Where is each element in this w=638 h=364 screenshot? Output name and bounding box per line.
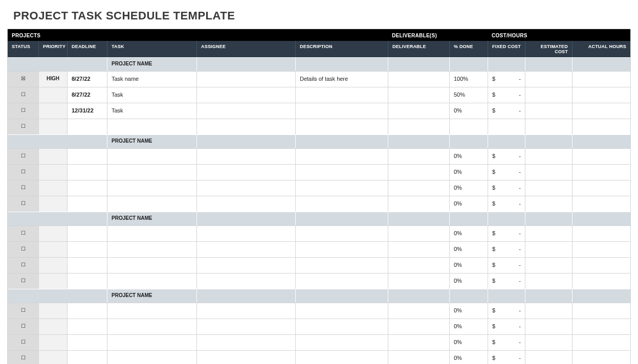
- deadline-cell[interactable]: [67, 242, 107, 257]
- status-checkbox[interactable]: ☐: [8, 351, 38, 364]
- pct-done-cell[interactable]: 100%: [449, 72, 488, 87]
- task-cell[interactable]: [107, 242, 196, 257]
- actual-hours-cell[interactable]: [572, 335, 630, 350]
- description-cell[interactable]: [295, 180, 388, 196]
- assignee-cell[interactable]: [196, 149, 295, 164]
- pct-done-cell[interactable]: 0%: [449, 242, 488, 257]
- priority-cell[interactable]: [38, 119, 67, 134]
- description-cell[interactable]: [295, 303, 388, 318]
- actual-hours-cell[interactable]: [572, 103, 630, 119]
- est-cost-cell[interactable]: [525, 319, 572, 334]
- pct-done-cell[interactable]: 0%: [449, 165, 488, 180]
- deadline-cell[interactable]: [67, 165, 107, 180]
- priority-cell[interactable]: [38, 335, 67, 350]
- deliverable-cell[interactable]: [388, 258, 449, 273]
- fixed-cost-cell[interactable]: $-: [488, 303, 525, 318]
- fixed-cost-cell[interactable]: $-: [488, 242, 525, 257]
- task-cell[interactable]: [107, 351, 196, 364]
- pct-done-cell[interactable]: 0%: [449, 258, 488, 273]
- deadline-cell[interactable]: [67, 319, 107, 334]
- priority-cell[interactable]: [38, 274, 67, 289]
- status-checkbox[interactable]: ☐: [8, 274, 38, 289]
- actual-hours-cell[interactable]: [572, 242, 630, 257]
- deliverable-cell[interactable]: [388, 303, 449, 318]
- assignee-cell[interactable]: [196, 72, 295, 87]
- task-cell[interactable]: [107, 149, 196, 164]
- fixed-cost-cell[interactable]: $-: [488, 258, 525, 273]
- actual-hours-cell[interactable]: [572, 258, 630, 273]
- pct-done-cell[interactable]: 0%: [449, 226, 488, 241]
- deadline-cell[interactable]: [67, 119, 107, 134]
- est-cost-cell[interactable]: [525, 149, 572, 164]
- priority-cell[interactable]: [38, 165, 67, 180]
- priority-cell[interactable]: [38, 103, 67, 119]
- pct-done-cell[interactable]: 0%: [449, 103, 488, 119]
- assignee-cell[interactable]: [196, 274, 295, 289]
- description-cell[interactable]: [295, 103, 388, 119]
- est-cost-cell[interactable]: [525, 303, 572, 318]
- assignee-cell[interactable]: [196, 242, 295, 257]
- priority-cell[interactable]: [38, 242, 67, 257]
- description-cell[interactable]: [295, 149, 388, 164]
- deadline-cell[interactable]: [67, 274, 107, 289]
- actual-hours-cell[interactable]: [572, 72, 630, 87]
- priority-cell[interactable]: [38, 87, 67, 103]
- task-cell[interactable]: [107, 165, 196, 180]
- description-cell[interactable]: [295, 274, 388, 289]
- assignee-cell[interactable]: [196, 119, 295, 134]
- est-cost-cell[interactable]: [525, 165, 572, 180]
- pct-done-cell[interactable]: 0%: [449, 319, 488, 334]
- actual-hours-cell[interactable]: [572, 226, 630, 241]
- est-cost-cell[interactable]: [525, 242, 572, 257]
- pct-done-cell[interactable]: 0%: [449, 196, 488, 212]
- deadline-cell[interactable]: [67, 258, 107, 273]
- status-checkbox[interactable]: ☐: [8, 258, 38, 273]
- pct-done-cell[interactable]: 0%: [449, 180, 488, 196]
- actual-hours-cell[interactable]: [572, 180, 630, 196]
- task-cell[interactable]: Task: [107, 103, 196, 119]
- pct-done-cell[interactable]: 0%: [449, 274, 488, 289]
- fixed-cost-cell[interactable]: $-: [488, 103, 525, 119]
- deadline-cell[interactable]: [67, 335, 107, 350]
- actual-hours-cell[interactable]: [572, 303, 630, 318]
- assignee-cell[interactable]: [196, 165, 295, 180]
- task-cell[interactable]: [107, 319, 196, 334]
- est-cost-cell[interactable]: [525, 258, 572, 273]
- priority-cell[interactable]: [38, 226, 67, 241]
- pct-done-cell[interactable]: 50%: [449, 87, 488, 103]
- deadline-cell[interactable]: [67, 196, 107, 212]
- status-checkbox[interactable]: ☐: [8, 149, 38, 164]
- description-cell[interactable]: Details of task here: [295, 72, 388, 87]
- task-cell[interactable]: [107, 258, 196, 273]
- task-cell[interactable]: [107, 274, 196, 289]
- assignee-cell[interactable]: [196, 87, 295, 103]
- fixed-cost-cell[interactable]: $-: [488, 72, 525, 87]
- deliverable-cell[interactable]: [388, 274, 449, 289]
- priority-cell[interactable]: [38, 319, 67, 334]
- pct-done-cell[interactable]: 0%: [449, 351, 488, 364]
- fixed-cost-cell[interactable]: $-: [488, 274, 525, 289]
- assignee-cell[interactable]: [196, 303, 295, 318]
- deliverable-cell[interactable]: [388, 149, 449, 164]
- assignee-cell[interactable]: [196, 351, 295, 364]
- status-checkbox[interactable]: ☐: [8, 303, 38, 318]
- priority-cell[interactable]: HIGH: [38, 72, 67, 87]
- fixed-cost-cell[interactable]: $-: [488, 165, 525, 180]
- est-cost-cell[interactable]: [525, 103, 572, 119]
- deliverable-cell[interactable]: [388, 180, 449, 196]
- status-checkbox[interactable]: ☐: [8, 242, 38, 257]
- actual-hours-cell[interactable]: [572, 149, 630, 164]
- deadline-cell[interactable]: [67, 180, 107, 196]
- actual-hours-cell[interactable]: [572, 319, 630, 334]
- est-cost-cell[interactable]: [525, 351, 572, 364]
- task-cell[interactable]: [107, 119, 196, 134]
- status-checkbox[interactable]: ☐: [8, 87, 38, 103]
- priority-cell[interactable]: [38, 196, 67, 212]
- deliverable-cell[interactable]: [388, 72, 449, 87]
- actual-hours-cell[interactable]: [572, 351, 630, 364]
- deliverable-cell[interactable]: [388, 226, 449, 241]
- description-cell[interactable]: [295, 119, 388, 134]
- assignee-cell[interactable]: [196, 319, 295, 334]
- deliverable-cell[interactable]: [388, 87, 449, 103]
- status-checkbox[interactable]: ☐: [8, 119, 38, 134]
